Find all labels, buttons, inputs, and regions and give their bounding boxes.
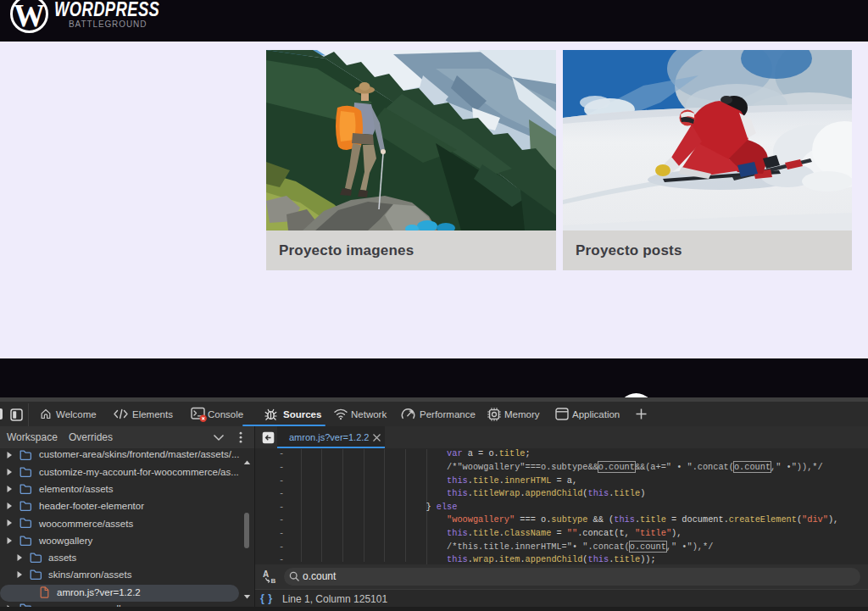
svg-text:A: A bbox=[263, 569, 269, 579]
svg-text:B: B bbox=[271, 577, 276, 584]
